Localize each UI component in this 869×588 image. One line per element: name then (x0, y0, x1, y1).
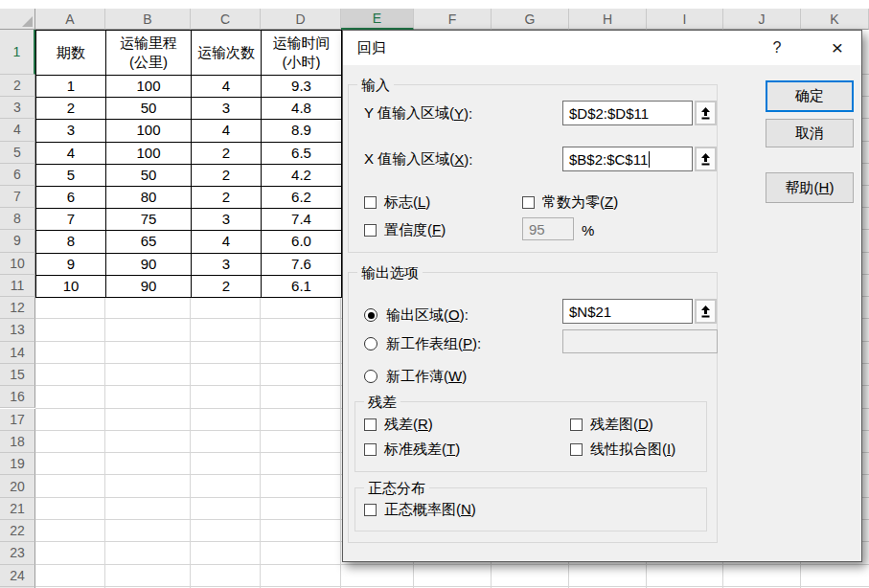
row-header-9[interactable]: 9 (0, 230, 35, 252)
new-worksheet-radio[interactable] (364, 337, 377, 351)
table-header-cell[interactable]: 运输里程 (公里) (106, 31, 192, 76)
table-cell[interactable]: 10 (36, 276, 106, 298)
normal-probability-checkbox-row[interactable]: 正态概率图(N) (364, 500, 476, 519)
select-all-button[interactable] (0, 9, 35, 30)
residuals-checkbox-row[interactable]: 残差(R) (364, 415, 433, 434)
standardized-residuals-checkbox[interactable] (364, 443, 377, 456)
column-header-C[interactable]: C (191, 9, 261, 30)
table-cell[interactable]: 3 (192, 209, 262, 231)
table-cell[interactable]: 4 (192, 76, 262, 98)
dialog-help-icon[interactable]: ? (758, 31, 796, 65)
table-cell[interactable]: 2 (192, 143, 262, 165)
table-cell[interactable]: 4 (192, 120, 262, 142)
line-fit-plots-checkbox-row[interactable]: 线性拟合图(I) (570, 440, 675, 459)
row-header-17[interactable]: 17 (0, 409, 35, 431)
table-cell[interactable]: 9.3 (262, 76, 342, 98)
table-header-cell[interactable]: 运输时间 (小时) (262, 31, 342, 76)
row-header-14[interactable]: 14 (0, 342, 35, 364)
column-header-D[interactable]: D (261, 9, 341, 30)
table-cell[interactable]: 90 (106, 254, 192, 276)
row-header-6[interactable]: 6 (0, 164, 35, 186)
table-cell[interactable]: 2 (36, 98, 106, 120)
new-worksheet-radio-row[interactable]: 新工作表组(P): (364, 334, 481, 353)
table-cell[interactable]: 6 (36, 187, 106, 209)
row-header-16[interactable]: 16 (0, 386, 35, 408)
table-cell[interactable]: 5 (36, 165, 106, 187)
normal-probability-checkbox[interactable] (364, 504, 377, 516)
y-range-input[interactable]: $D$2:$D$11 (562, 101, 693, 125)
line-fit-plots-checkbox[interactable] (570, 443, 583, 456)
residual-plots-checkbox-row[interactable]: 残差图(D) (570, 415, 653, 434)
x-range-input[interactable]: $B$2:$C$11 (562, 147, 693, 171)
new-workbook-radio-row[interactable]: 新工作薄(W) (364, 367, 467, 386)
row-header-2[interactable]: 2 (0, 75, 35, 97)
table-cell[interactable]: 3 (192, 98, 262, 120)
dialog-titlebar[interactable]: 回归 ? × (343, 31, 861, 65)
table-cell[interactable]: 4 (36, 143, 106, 165)
table-cell[interactable]: 3 (192, 254, 262, 276)
table-cell[interactable]: 6.0 (262, 231, 342, 253)
table-cell[interactable]: 100 (106, 143, 192, 165)
table-cell[interactable]: 90 (106, 276, 192, 298)
table-cell[interactable]: 100 (106, 120, 192, 142)
table-cell[interactable]: 9 (36, 254, 106, 276)
row-header-11[interactable]: 11 (0, 275, 35, 297)
constant-zero-checkbox-row[interactable]: 常数为零(Z) (522, 192, 618, 212)
ok-button[interactable]: 确定 (766, 80, 854, 112)
table-cell[interactable]: 7.4 (262, 209, 342, 231)
output-range-radio-row[interactable]: 输出区域(O): (364, 305, 469, 325)
row-header-19[interactable]: 19 (0, 453, 35, 475)
table-cell[interactable]: 1 (36, 76, 106, 98)
row-header-3[interactable]: 3 (0, 97, 35, 119)
row-header-7[interactable]: 7 (0, 186, 35, 208)
column-header-I[interactable]: I (647, 9, 723, 30)
cancel-button[interactable]: 取消 (766, 119, 854, 147)
residual-plots-checkbox[interactable] (570, 418, 583, 431)
table-cell[interactable]: 8.9 (262, 120, 342, 142)
table-cell[interactable]: 6.5 (262, 143, 342, 165)
column-header-A[interactable]: A (35, 9, 105, 30)
output-range-input[interactable]: $N$21 (562, 299, 693, 324)
row-header-24[interactable]: 24 (0, 565, 35, 587)
row-header-13[interactable]: 13 (0, 319, 35, 341)
row-header-10[interactable]: 10 (0, 253, 35, 275)
column-header-F[interactable]: F (414, 9, 492, 30)
row-header-15[interactable]: 15 (0, 364, 35, 386)
table-cell[interactable]: 2 (192, 276, 262, 298)
table-cell[interactable]: 7 (36, 209, 106, 231)
table-cell[interactable]: 65 (106, 231, 192, 253)
table-cell[interactable]: 6.1 (262, 276, 342, 298)
table-cell[interactable]: 80 (106, 187, 192, 209)
row-header-23[interactable]: 23 (0, 542, 35, 564)
table-cell[interactable]: 4 (192, 231, 262, 253)
column-header-J[interactable]: J (723, 9, 801, 30)
table-cell[interactable]: 4.2 (262, 165, 342, 187)
table-cell[interactable]: 3 (36, 120, 106, 142)
constant-zero-checkbox[interactable] (522, 196, 535, 209)
confidence-checkbox-row[interactable]: 置信度(F) (364, 220, 446, 239)
table-header-cell[interactable]: 期数 (36, 31, 106, 76)
table-cell[interactable]: 2 (192, 187, 262, 209)
row-header-8[interactable]: 8 (0, 208, 35, 230)
row-header-5[interactable]: 5 (0, 142, 35, 164)
output-range-radio[interactable] (364, 308, 377, 322)
confidence-checkbox[interactable] (364, 224, 377, 237)
table-cell[interactable]: 7.6 (262, 254, 342, 276)
table-cell[interactable]: 8 (36, 231, 106, 253)
residuals-checkbox[interactable] (364, 418, 377, 431)
new-workbook-radio[interactable] (364, 370, 377, 383)
table-cell[interactable]: 50 (106, 165, 192, 187)
column-header-G[interactable]: G (492, 9, 569, 30)
column-header-B[interactable]: B (105, 9, 191, 30)
standardized-residuals-checkbox-row[interactable]: 标准残差(T) (364, 440, 460, 459)
column-header-H[interactable]: H (569, 9, 647, 30)
help-button[interactable]: 帮助(H) (766, 172, 854, 203)
row-header-21[interactable]: 21 (0, 498, 35, 520)
table-header-cell[interactable]: 运输次数 (192, 31, 262, 76)
output-range-collapse-button[interactable] (695, 299, 717, 324)
column-header-K[interactable]: K (801, 9, 869, 30)
table-cell[interactable]: 4.8 (262, 98, 342, 120)
row-header-22[interactable]: 22 (0, 520, 35, 542)
table-cell[interactable]: 75 (106, 209, 192, 231)
table-cell[interactable]: 6.2 (262, 187, 342, 209)
